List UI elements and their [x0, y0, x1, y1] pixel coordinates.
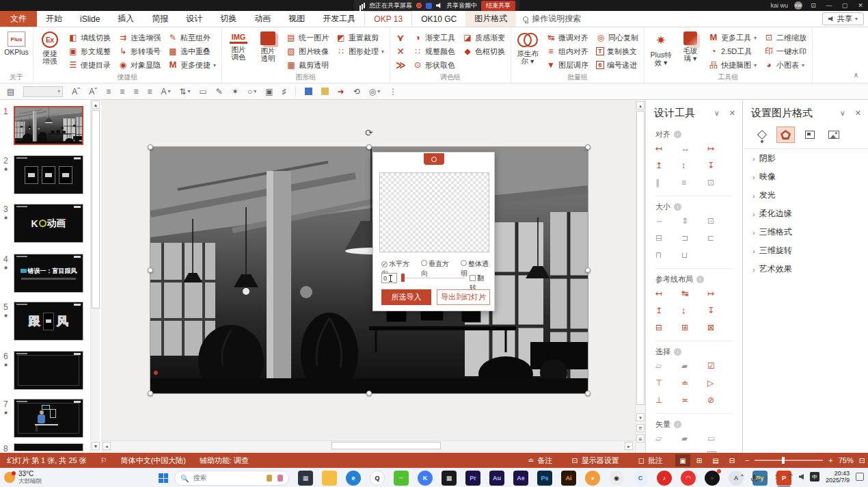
vector-group-icon[interactable]: ▭	[707, 434, 733, 443]
scroll-right-button[interactable]: ▸	[625, 442, 633, 450]
slide-3-thumbnail[interactable]: K动画	[14, 204, 83, 243]
tell-me-search[interactable]: 操作说明搜索	[516, 11, 588, 27]
shape-color-pick-button[interactable]: ⊙形状取色	[410, 58, 458, 72]
save-button[interactable]: ▤	[7, 87, 14, 96]
slide-4-thumbnail[interactable]: 错误一：盲目跟风	[14, 254, 83, 293]
qq-app[interactable]: Q	[370, 471, 385, 486]
close-button[interactable]: ✕	[856, 2, 865, 9]
concentric-copy-button[interactable]: ◎同心复制	[593, 31, 641, 44]
stop-record-icon[interactable]	[416, 3, 422, 8]
collapse-panel-button[interactable]: ∨	[840, 109, 845, 118]
align-bottom-icon[interactable]: ↧	[707, 161, 733, 170]
slide-7-thumbnail[interactable]: ···	[14, 399, 83, 438]
v-scrollbar-thumb[interactable]	[636, 111, 645, 405]
microphone-tray-icon[interactable]	[752, 475, 755, 479]
after-effects-app[interactable]: Ae	[513, 471, 528, 486]
volume-tray-icon[interactable]	[799, 474, 804, 479]
link-select-enhance-button[interactable]: ⇉连选增强	[116, 31, 163, 44]
collapse-ribbon-button[interactable]: ∧	[854, 71, 858, 79]
color-frame-switch-button[interactable]: ◆色框切换	[460, 44, 508, 58]
fill-line-toggle-button[interactable]: ◧填线切换	[66, 31, 113, 44]
tab-file[interactable]: 文件	[0, 11, 37, 27]
shape-effect-button[interactable]: ◎▾	[369, 87, 381, 96]
tab-ok10gc[interactable]: OK10 GC	[412, 11, 465, 27]
effects-tab[interactable]	[776, 127, 795, 143]
slideshow-view-button[interactable]: ⊟	[724, 454, 740, 466]
swap-wh-icon[interactable]: ⊟	[655, 234, 681, 243]
line-spacing-button[interactable]: ⇅▾	[179, 87, 190, 96]
transparency-value-input[interactable]: 0	[381, 273, 397, 283]
resize-handle-ne[interactable]	[585, 144, 591, 150]
artistic-effects-item[interactable]: ›艺术效果	[743, 260, 868, 278]
canvas-horizontal-scrollbar[interactable]: ◂ ▸	[101, 440, 635, 450]
object-show-hide-button[interactable]: ◉对象显隐	[116, 58, 163, 72]
copy-replace-text-button[interactable]: T复制换文	[593, 44, 641, 58]
accessibility-status[interactable]: 辅助功能: 调查	[193, 456, 256, 466]
zoom-level[interactable]: 75%	[839, 456, 854, 464]
adapt-left-icon[interactable]: ⊏	[707, 234, 733, 243]
fill-line-tab[interactable]	[752, 127, 771, 143]
tab-animation[interactable]: 动画	[245, 11, 280, 27]
resize-handle-se[interactable]	[585, 391, 591, 396]
github-app[interactable]: ◉	[609, 471, 624, 486]
comments-button[interactable]: ◻批注	[632, 456, 670, 466]
selected-picture[interactable]	[150, 147, 588, 393]
glow-item[interactable]: ›发光	[743, 186, 868, 205]
mini-chart-button[interactable]: ◕小图表▾	[761, 58, 809, 72]
vector-copy-style-icon[interactable]: ▱	[655, 434, 681, 443]
same-height-icon[interactable]: ⇕	[681, 217, 707, 226]
clock[interactable]: 20:43 2025/7/9	[826, 470, 850, 484]
notification-center-button[interactable]	[856, 473, 864, 481]
select-equal-icon[interactable]: ≐	[681, 379, 707, 388]
share-toolbar-icon[interactable]	[426, 3, 432, 9]
plus-effects-button[interactable]: ✷Plus特 效 ▾	[647, 29, 675, 71]
slide-6-thumbnail[interactable]	[14, 351, 83, 390]
slide-sorter-view-button[interactable]: ⊞	[692, 454, 707, 466]
native-boolean-button[interactable]: 原生布 尔 ▾	[514, 29, 541, 71]
file-explorer-app[interactable]	[322, 471, 337, 486]
gradient-tool-button[interactable]: ◑渐变工具	[410, 31, 458, 44]
close-panel-button[interactable]: ✕	[855, 109, 861, 118]
zoom-out-button[interactable]: −	[745, 456, 749, 464]
fill-color-swatch[interactable]	[305, 88, 312, 95]
image-color-tune-button[interactable]: IMG图片 调色	[225, 29, 252, 71]
slide-2-thumbnail[interactable]	[14, 155, 83, 194]
more-convenience-button[interactable]: M更多便捷▾	[165, 58, 219, 72]
zoom-in-button[interactable]: +	[828, 456, 832, 464]
align-left-icon[interactable]: ↤	[655, 144, 681, 153]
convenience-enhance-button[interactable]: Ex便捷 增强	[36, 29, 64, 71]
collapse-panel-button[interactable]: ∨	[714, 109, 720, 118]
adapt-bottom-icon[interactable]: ⊔	[681, 251, 707, 260]
resize-handle-sw[interactable]	[148, 391, 153, 396]
shape-text-adjust-button[interactable]: ▣形文规整	[66, 44, 113, 58]
select-bottom-icon[interactable]: ⊥	[655, 396, 681, 405]
audition-app[interactable]: Au	[489, 471, 504, 486]
tool-2-5d-button[interactable]: ◔2.5D工具	[706, 44, 759, 58]
start-button[interactable]	[159, 473, 168, 483]
align-right-button[interactable]: ≡	[133, 87, 138, 96]
canvas-vertical-scrollbar[interactable]: ▴ ▾ ⇈ ⇊	[635, 100, 645, 453]
more-tools-button[interactable]: M更多工具▾	[706, 31, 759, 44]
align-justify-button[interactable]: ≡	[147, 87, 152, 96]
font-decrease-button[interactable]: Aˇ	[89, 87, 97, 96]
h-scrollbar-thumb[interactable]	[331, 442, 441, 449]
edge-app[interactable]: e	[346, 471, 361, 486]
select-shapes-icon[interactable]: ▰	[681, 362, 707, 371]
restore-button[interactable]: ▢	[840, 2, 850, 9]
threed-rotation-item[interactable]: ›三维旋转	[743, 241, 868, 260]
resize-handle-nw[interactable]	[148, 144, 153, 150]
frosted-glass-button[interactable]: 毛玻 璃 ▾	[677, 29, 704, 71]
minimize-button[interactable]: —	[824, 2, 834, 9]
guide-h-margin-icon[interactable]: ⊟	[655, 324, 681, 332]
paste-outside-group-button[interactable]: ✎粘至组外	[165, 31, 219, 44]
scroll-left-button[interactable]: ◂	[103, 442, 111, 450]
in-group-align-button[interactable]: ≡组内对齐	[543, 44, 591, 58]
scroll-up-button[interactable]: ▲	[92, 101, 100, 109]
tab-okp13[interactable]: OKP 13	[364, 11, 412, 27]
tab-transition[interactable]: 切换	[211, 11, 245, 27]
wifi-tray-icon[interactable]	[786, 474, 793, 479]
reset-crop-button[interactable]: ◩重置裁剪	[334, 31, 387, 44]
micro-align-button[interactable]: ↹微调对齐	[543, 31, 591, 44]
notes-button[interactable]: ≐备注	[521, 456, 559, 466]
font-size-select[interactable]: ▾	[23, 86, 63, 97]
